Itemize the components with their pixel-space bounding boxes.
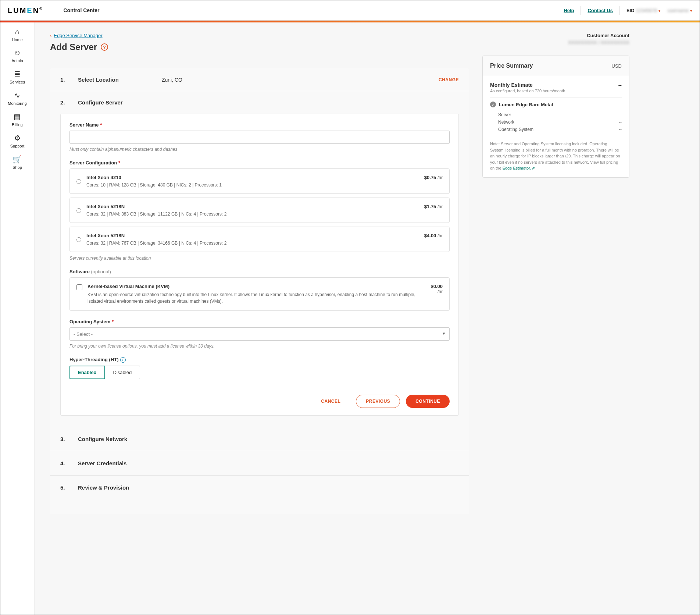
chevron-down-icon: ▾ [690,8,692,13]
user-dropdown[interactable]: username▾ [667,8,692,13]
server-config-label: Server Configuration * [69,160,450,166]
price-summary-card: Price Summary USD Monthly Estimate-- As … [482,56,629,178]
os-select[interactable]: - Select - [69,327,450,341]
product-row: ✓ Lumen Edge Bare Metal [490,102,622,107]
edge-estimator-link[interactable]: Edge Estimator. [503,166,531,170]
step-3-row: 3. Configure Network [50,427,469,451]
ht-enabled-button[interactable]: Enabled [69,366,105,379]
app-title: Control Center [64,7,100,13]
page-title: Add Server [50,42,97,52]
nav-shop[interactable]: 🛒Shop [12,155,22,170]
software-label: Software (optional) [69,269,450,274]
divider [619,6,620,15]
eid-dropdown[interactable]: EID 12345678▾ [626,8,661,13]
wizard-panel: 1. Select Location Zuni, CO CHANGE 2. Co… [50,68,469,514]
server-name-input[interactable] [69,131,450,144]
price-note: Note: Server and Operating System licens… [490,141,622,171]
nav-monitoring[interactable]: ∿Monitoring [8,91,26,106]
home-icon: ⌂ [15,28,19,36]
admin-icon: ☺ [14,49,21,57]
step-5-row: 5. Review & Provision [50,475,469,500]
price-currency: USD [612,63,622,69]
breadcrumb-link[interactable]: Edge Service Manager [54,33,102,38]
continue-button[interactable]: CONTINUE [406,395,450,408]
line-item-os: Operating System-- [490,126,622,133]
chevron-left-icon: ‹ [50,33,51,38]
line-item-server: Server-- [490,111,622,118]
customer-account: Customer Account XXXXXXXXX / XXXXXXXXX [482,33,629,45]
services-icon: ≣ [14,70,21,78]
os-label: Operating System * [69,319,450,324]
nav-support[interactable]: ⚙Support [10,134,25,148]
config-radio-0[interactable] [76,175,81,188]
divider [581,6,581,15]
topbar: LUMEN® Control Center Help Contact Us EI… [0,0,700,21]
monitoring-icon: ∿ [14,91,20,100]
step-4-row: 4. Server Credentials [50,451,469,475]
config-radio-2[interactable] [76,234,81,246]
configure-server-form: Server Name * Must only contain alphanum… [60,114,459,387]
config-hint: Servers currently available at this loca… [69,256,450,261]
form-actions: CANCEL PREVIOUS CONTINUE [60,387,459,416]
billing-icon: ▤ [14,112,21,121]
config-radio-1[interactable] [76,205,81,217]
nav-admin[interactable]: ☺Admin [11,49,23,63]
nav-billing[interactable]: ▤Billing [12,112,22,127]
external-link-icon: ⇗ [532,166,535,170]
config-option-1[interactable]: Intel Xeon 5218NCores: 32 | RAM: 383 GB … [69,198,450,223]
leftnav: ⌂Home ☺Admin ≣Services ∿Monitoring ▤Bill… [0,22,35,615]
software-option-kvm[interactable]: Kernel-based Virtual Machine (KVM)KVM is… [69,277,450,311]
software-checkbox-kvm[interactable] [76,284,82,290]
ht-disabled-button[interactable]: Disabled [105,366,140,379]
contact-link[interactable]: Contact Us [588,8,613,13]
price-summary-title: Price Summary [490,63,533,69]
ht-label: Hyper-Threading (HT)i [69,357,450,363]
shop-icon: 🛒 [12,155,22,164]
step-2-row: 2. Configure Server [50,91,469,114]
breadcrumb: ‹ Edge Service Manager [50,33,469,38]
info-icon[interactable]: i [120,357,126,363]
line-item-network: Network-- [490,118,622,126]
cancel-button[interactable]: CANCEL [311,395,350,408]
config-option-2[interactable]: Intel Xeon 5218NCores: 32 | RAM: 767 GB … [69,227,450,252]
ht-toggle: Enabled Disabled [69,366,450,379]
previous-button[interactable]: PREVIOUS [356,395,400,408]
chevron-down-icon: ▾ [658,8,661,13]
logo: LUMEN® [8,6,43,15]
support-icon: ⚙ [14,134,21,142]
server-name-label: Server Name * [69,122,450,128]
change-location-button[interactable]: CHANGE [439,77,459,82]
check-icon: ✓ [490,102,496,107]
nav-home[interactable]: ⌂Home [12,28,22,42]
os-hint: For bring your own license options, you … [69,344,450,349]
config-option-0[interactable]: Intel Xeon 4210Cores: 10 | RAM: 128 GB |… [69,168,450,194]
step-1-row: 1. Select Location Zuni, CO CHANGE [50,68,469,91]
server-name-hint: Must only contain alphanumeric character… [69,147,450,152]
help-icon[interactable]: ? [101,43,108,51]
nav-services[interactable]: ≣Services [10,70,25,84]
help-link[interactable]: Help [564,8,574,13]
